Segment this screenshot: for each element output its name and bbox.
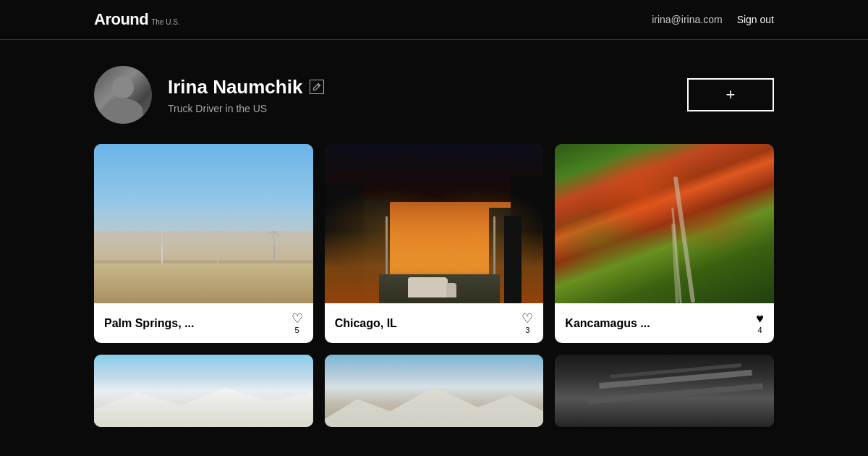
forest-overlay xyxy=(555,144,774,303)
card-image-partial-2 xyxy=(325,355,544,427)
ground-decoration xyxy=(94,263,313,303)
brand-logo[interactable]: Around The U.S. xyxy=(94,10,180,29)
brand-tagline: The U.S. xyxy=(151,18,179,26)
user-email: irina@irina.com xyxy=(652,14,722,25)
profile-info: Irina Naumchik Truck Driver in the US xyxy=(168,76,324,114)
card-footer-kancamagus: Kancamagus ... ♥ 4 xyxy=(555,303,774,343)
heart-icon-palm-springs: ♡ xyxy=(292,312,303,325)
main-content: Irina Naumchik Truck Driver in the US + xyxy=(0,40,868,427)
profile-subtitle: Truck Driver in the US xyxy=(168,103,324,114)
card-partial-3[interactable] xyxy=(555,355,774,427)
card-title-kancamagus: Kancamagus ... xyxy=(565,317,650,330)
edit-profile-button[interactable] xyxy=(310,80,324,94)
card-like-chicago[interactable]: ♡ 3 xyxy=(522,312,533,334)
brand-name: Around xyxy=(94,10,148,29)
like-count-kancamagus: 4 xyxy=(758,326,762,334)
like-count-palm-springs: 5 xyxy=(295,326,299,334)
like-count-chicago: 3 xyxy=(525,326,529,334)
heart-icon-kancamagus: ♥ xyxy=(756,312,764,325)
edit-icon xyxy=(312,83,321,91)
card-image-palm-springs xyxy=(94,144,313,303)
card-image-kancamagus xyxy=(555,144,774,303)
card-like-palm-springs[interactable]: ♡ 5 xyxy=(292,312,303,334)
card-title-palm-springs: Palm Springs, ... xyxy=(104,317,194,330)
light-halos xyxy=(325,144,544,303)
card-footer-chicago: Chicago, IL ♡ 3 xyxy=(325,303,544,343)
profile-left: Irina Naumchik Truck Driver in the US xyxy=(94,66,324,124)
card-image-partial-1 xyxy=(94,355,313,427)
card-chicago[interactable]: Chicago, IL ♡ 3 xyxy=(325,144,544,343)
card-palm-springs[interactable]: Palm Springs, ... ♡ 5 xyxy=(94,144,313,343)
signout-button[interactable]: Sign out xyxy=(737,14,774,25)
card-footer-palm-springs: Palm Springs, ... ♡ 5 xyxy=(94,303,313,343)
nav-right: irina@irina.com Sign out xyxy=(652,14,774,25)
cards-grid: Palm Springs, ... ♡ 5 xyxy=(94,144,774,427)
navbar: Around The U.S. irina@irina.com Sign out xyxy=(0,0,868,40)
card-partial-1[interactable] xyxy=(94,355,313,427)
avatar-image xyxy=(94,66,152,124)
avatar xyxy=(94,66,152,124)
profile-name-row: Irina Naumchik xyxy=(168,76,324,98)
profile-name: Irina Naumchik xyxy=(168,76,302,98)
card-kancamagus[interactable]: Kancamagus ... ♥ 4 xyxy=(555,144,774,343)
card-partial-2[interactable] xyxy=(325,355,544,427)
card-image-chicago xyxy=(325,144,544,303)
card-image-partial-3 xyxy=(555,355,774,427)
profile-section: Irina Naumchik Truck Driver in the US + xyxy=(94,40,774,144)
add-post-button[interactable]: + xyxy=(687,78,774,111)
heart-icon-chicago: ♡ xyxy=(522,312,533,325)
card-title-chicago: Chicago, IL xyxy=(335,317,397,330)
card-like-kancamagus[interactable]: ♥ 4 xyxy=(756,312,764,334)
haze-decoration xyxy=(94,202,313,245)
